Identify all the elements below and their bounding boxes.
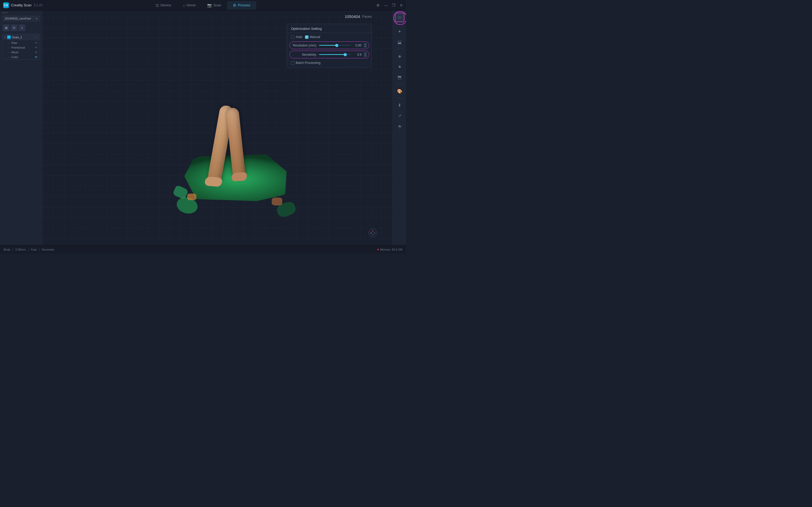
settings-button[interactable]: ⚙ <box>376 3 380 7</box>
home-icon: ⌂ <box>183 3 185 7</box>
batch-checkbox-wrap[interactable]: Batch Processing <box>291 61 320 65</box>
layer-header[interactable]: ▾ ⟳ Scan_1 ··· <box>2 34 40 40</box>
faces-label: Faces <box>362 14 372 18</box>
surface-icon: ◈ <box>398 54 401 59</box>
tab-device-label: Device <box>160 3 171 7</box>
star-icon: ★ <box>398 64 402 69</box>
project-selector[interactable]: 20240926_caroFeet ▾ <box>2 15 40 22</box>
export-icon: ⬘ <box>398 124 401 129</box>
toolbar-cursor-button[interactable]: ☞ <box>395 13 404 22</box>
project-name: 20240926_caroFeet <box>5 17 31 20</box>
nav-tabs: ⊡ Device ⌂ Home 📷 Scan ⚙ Process <box>150 1 256 9</box>
toolbar-star-button[interactable]: ★ <box>395 62 404 71</box>
sensitivity-label: Sensitivity: <box>292 53 317 57</box>
layer-pointcloud-label: Pointcloud <box>11 46 25 49</box>
tab-process-label: Process <box>238 3 250 7</box>
auto-checkbox-wrap[interactable]: Auto <box>291 35 302 39</box>
batch-checkbox[interactable] <box>291 61 295 65</box>
compass[interactable]: N S E W <box>368 229 377 237</box>
download-icon: ⬇ <box>398 103 401 108</box>
resolution-highlighted: Resolution (mm): 0,95 ▲ ▼ <box>290 42 369 49</box>
sensitivity-row-wrap: Sensitivity: 0,9 ▲ ▼ <box>287 50 371 59</box>
toolbar-sep-4 <box>396 98 404 98</box>
layer-mesh-label: Mesh <box>11 51 18 54</box>
resolution-value: 0,95 <box>353 44 362 47</box>
manual-checkbox-wrap[interactable]: Manual <box>305 35 320 39</box>
tab-process[interactable]: ⚙ Process <box>227 1 256 9</box>
status-sep-2: | <box>28 248 29 251</box>
sensitivity-down[interactable]: ▼ <box>364 55 367 57</box>
resolution-spinners: ▲ ▼ <box>364 43 367 48</box>
scatter-icon: ✦ <box>398 29 401 34</box>
statusbar: Body | 0.95mm | Fast | Geometry ♥ Memory… <box>0 245 406 253</box>
auto-label: Auto <box>296 35 302 39</box>
tab-scan-label: Scan <box>213 3 221 7</box>
orange-fragment-1 <box>187 193 196 200</box>
batch-row: Batch Processing <box>287 59 371 67</box>
auto-checkbox[interactable] <box>291 36 295 39</box>
tab-home[interactable]: ⌂ Home <box>177 1 201 9</box>
expand-icon: ▾ <box>4 36 6 39</box>
scan-layer-icon: ⟳ <box>7 36 11 39</box>
status-sep-1: | <box>12 248 13 251</box>
resolution-fill <box>319 45 337 46</box>
manual-checkbox[interactable] <box>305 36 308 39</box>
close-button[interactable]: ✕ <box>400 3 403 7</box>
raw-visibility-icon[interactable]: 👁 <box>35 42 38 44</box>
toolbar-target-button[interactable]: ⬒ <box>395 72 404 82</box>
resolution-slider[interactable] <box>319 45 351 46</box>
foot-right <box>231 172 247 181</box>
toolbar-export-button[interactable]: ⬘ <box>395 121 404 131</box>
resolution-label: Resolution (mm): <box>292 44 317 47</box>
process-icon: ⚙ <box>233 3 236 7</box>
maximize-button[interactable]: ❐ <box>392 3 395 7</box>
sensitivity-slider[interactable] <box>319 54 351 55</box>
palette-icon: 🎨 <box>397 89 402 94</box>
sensitivity-fill <box>319 54 345 55</box>
status-sep-3: | <box>39 248 39 251</box>
sensitivity-highlighted: Sensitivity: 0,9 ▲ ▼ <box>290 51 369 58</box>
toolbar-share-button[interactable]: ↗ <box>395 111 404 120</box>
select-icon: ⬓ <box>398 40 402 45</box>
compass-east: E <box>374 232 375 234</box>
toolbar-select-button[interactable]: ⬓ <box>395 37 404 47</box>
tab-device[interactable]: ⊡ Device <box>150 1 177 9</box>
toolbar-palette-button[interactable]: 🎨 <box>395 87 404 96</box>
orange-fragment-2 <box>272 198 282 206</box>
viewport[interactable]: 1050404 Faces Optimization Setting Auto … <box>42 11 393 245</box>
titlebar: CS Creality Scan 3.2.45 ⊡ Device ⌂ Home … <box>0 0 406 11</box>
tab-home-label: Home <box>186 3 196 7</box>
faces-count: 1050404 <box>345 14 360 19</box>
sensitivity-spinners: ▲ ▼ <box>364 52 367 57</box>
minimize-button[interactable]: — <box>384 3 388 7</box>
tab-scan[interactable]: 📷 Scan <box>201 1 227 9</box>
sensitivity-thumb[interactable] <box>344 53 347 56</box>
toolbar-download-button[interactable]: ⬇ <box>395 100 404 110</box>
resolution-thumb[interactable] <box>335 44 338 47</box>
foot-left <box>205 176 222 187</box>
optimization-panel: Optimization Setting Auto Manual Resolut… <box>287 24 372 68</box>
pointcloud-visibility-icon[interactable]: 👁 <box>35 46 38 49</box>
toolbar-sep-3 <box>396 84 404 84</box>
panel-icon-info[interactable]: ℹ <box>18 24 26 31</box>
panel-dots <box>0 11 42 14</box>
status-speed: Fast <box>31 248 37 251</box>
opt-mode-row: Auto Manual <box>287 33 371 41</box>
share-icon: ↗ <box>398 113 401 118</box>
faces-counter: 1050404 Faces <box>345 14 372 19</box>
color-visibility-icon[interactable]: 👁 <box>35 56 38 59</box>
target-icon: ⬒ <box>398 75 402 80</box>
toolbar-scatter-button[interactable]: ✦ <box>395 27 404 36</box>
panel-icon-grid[interactable]: ▦ <box>3 24 9 31</box>
resolution-down[interactable]: ▼ <box>364 45 367 48</box>
toolbar-surface-button[interactable]: ◈ <box>395 51 404 61</box>
batch-label: Batch Processing <box>296 61 320 65</box>
resolution-up[interactable]: ▲ <box>364 43 367 45</box>
layer-menu-icon[interactable]: ··· <box>35 36 38 39</box>
mesh-visibility-icon[interactable]: 👁 <box>35 51 38 54</box>
panel-icons: ▦ ⊞ ℹ <box>0 23 42 33</box>
panel-icon-layers[interactable]: ⊞ <box>11 24 17 31</box>
sensitivity-up[interactable]: ▲ <box>364 52 367 54</box>
memory-value: 45.6 GB <box>392 248 402 251</box>
chevron-down-icon: ▾ <box>36 17 37 20</box>
